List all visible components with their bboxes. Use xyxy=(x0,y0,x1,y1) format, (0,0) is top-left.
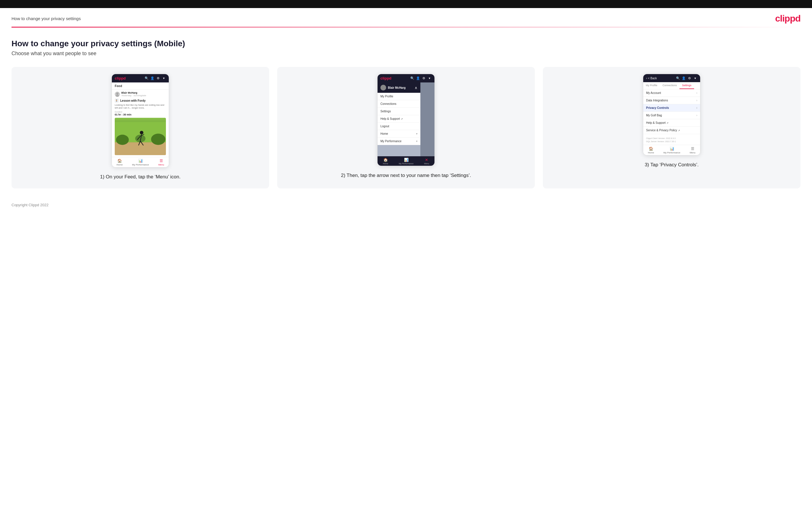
phone-1-mockup: clippd 🔍 👤 ⚙ ▾ Feed xyxy=(111,74,169,167)
svg-point-1 xyxy=(115,95,119,97)
phone-1-content: Feed Blair McHarg Yesterday · Sunningdal… xyxy=(112,82,169,157)
settings-tabs: My Profile Connections Settings xyxy=(643,82,700,89)
feed-avatar xyxy=(115,92,120,97)
feed-golf-image xyxy=(115,118,166,155)
menu-avatar xyxy=(380,85,386,91)
close-icon-2: ✕ xyxy=(425,158,428,162)
back-button: ‹ < Back xyxy=(646,77,657,80)
settings-item-integrations-label: Data Integrations xyxy=(646,99,668,102)
menu-item-logout-label: Logout xyxy=(380,125,389,128)
phone-2-nav-menu-label: Menu xyxy=(424,163,429,165)
step-2-caption: 2) Then, tap the arrow next to your name… xyxy=(341,172,471,179)
footer: Copyright Clippd 2022 xyxy=(0,197,812,213)
page-subheading: Choose what you want people to see xyxy=(11,51,801,57)
chart-icon-3: 📊 xyxy=(670,147,674,151)
settings-item-golf-bag-label: My Golf Bag xyxy=(646,114,662,117)
svg-point-4 xyxy=(116,135,129,145)
version-line-2: GQL Server Version: 2022.7.30-1 xyxy=(646,140,697,143)
phone-2-nav-close: ✕ Menu xyxy=(424,158,429,165)
user-icon-2: 👤 xyxy=(416,76,420,80)
search-icon: 🔍 xyxy=(145,76,149,80)
phone-2-nav-performance-label: My Performance xyxy=(399,163,413,165)
steps-grid: clippd 🔍 👤 ⚙ ▾ Feed xyxy=(11,67,801,188)
phone-1-nav-performance-label: My Performance xyxy=(132,163,149,166)
tab-connections: Connections xyxy=(660,82,679,89)
settings-item-account-label: My Account xyxy=(646,91,661,95)
settings-item-privacy: Privacy Controls › xyxy=(643,104,700,112)
menu-icon: ☰ xyxy=(160,159,163,163)
phone-2-mockup: clippd 🔍 👤 ⚙ ▾ Bla xyxy=(377,74,435,166)
step-2-card: clippd 🔍 👤 ⚙ ▾ Bla xyxy=(277,67,535,188)
menu-item-home-label: Home xyxy=(380,132,388,135)
menu-item-help-label: Help & Support ↗ xyxy=(380,117,403,120)
menu-item-logout: Logout xyxy=(377,123,420,130)
settings-item-privacy-label: Privacy Controls xyxy=(646,106,669,109)
step-3-caption: 3) Tap ‘Privacy Controls’. xyxy=(645,161,699,169)
phone-3-nav-performance: 📊 My Performance xyxy=(663,147,680,154)
breadcrumb: How to change your privacy settings xyxy=(11,16,81,21)
phone-1-nav-menu: ☰ Menu xyxy=(158,159,164,166)
search-icon-2: 🔍 xyxy=(410,76,414,80)
menu-item-performance: My Performance ▾ xyxy=(377,137,420,145)
phone-3-nav-performance-label: My Performance xyxy=(663,151,680,154)
back-arrow-icon: ‹ xyxy=(646,77,647,80)
svg-point-7 xyxy=(140,131,143,134)
step-1-card: clippd 🔍 👤 ⚙ ▾ Feed xyxy=(11,67,269,188)
settings-item-privacy-policy-label: Service & Privacy Policy ↗ xyxy=(646,129,680,132)
settings-item-help-label: Help & Support ↗ xyxy=(646,121,668,124)
phone-1-nav-home: 🏠 Home xyxy=(116,159,122,166)
svg-point-0 xyxy=(116,93,118,95)
phone-2-icons: 🔍 👤 ⚙ ▾ xyxy=(410,76,432,80)
feed-tab-label: Feed xyxy=(112,82,169,90)
menu-item-profile-label: My Profile xyxy=(380,95,393,98)
page-heading: How to change your privacy settings (Mob… xyxy=(11,39,801,48)
chevron-down-icon: ▾ xyxy=(162,76,166,80)
feed-lesson-text: Looking to feel like my hands are exitin… xyxy=(115,104,166,110)
settings-item-privacy-policy: Service & Privacy Policy ↗ xyxy=(643,127,700,134)
phone-1-navbar: clippd 🔍 👤 ⚙ ▾ xyxy=(112,74,169,82)
feed-date: Yesterday · Sunningdale xyxy=(121,94,146,97)
menu-expand-arrow: ∧ xyxy=(415,86,417,90)
settings-icon-3: ⚙ xyxy=(688,76,692,80)
feed-post: Blair McHarg Yesterday · Sunningdale 🏌 L… xyxy=(112,90,169,157)
menu-item-connections-label: Connections xyxy=(380,102,397,105)
settings-item-help: Help & Support ↗ xyxy=(643,119,700,127)
header: How to change your privacy settings clip… xyxy=(0,8,812,27)
phone-3-bottom-nav: 🏠 Home 📊 My Performance ☰ Menu xyxy=(643,145,700,155)
step-1-caption: 1) On your Feed, tap the ‘Menu’ icon. xyxy=(100,173,181,181)
menu-item-settings: Settings xyxy=(377,108,420,115)
top-bar xyxy=(0,0,812,8)
home-icon: 🏠 xyxy=(117,159,122,163)
menu-item-performance-label: My Performance xyxy=(380,139,401,143)
user-icon: 👤 xyxy=(150,76,154,80)
phone-1-nav-menu-label: Menu xyxy=(158,163,164,166)
menu-item-home: Home ▾ xyxy=(377,130,420,137)
settings-version: Clippd Client Version: 2022.8.3-3 GQL Se… xyxy=(643,134,700,145)
chevron-down-icon-home: ▾ xyxy=(416,132,417,135)
phone-2-nav-performance: 📊 My Performance xyxy=(399,158,413,165)
phone-2-content: Blair McHarg ∧ My Profile Connections Se… xyxy=(377,82,435,166)
phone-2-logo: clippd xyxy=(380,76,391,80)
feed-lesson-row: 🏌 Lesson with Fordy xyxy=(115,99,166,103)
settings-icon: ⚙ xyxy=(156,76,160,80)
svg-point-5 xyxy=(151,133,165,145)
settings-item-golf-bag: My Golf Bag › xyxy=(643,112,700,119)
home-icon-2: 🏠 xyxy=(383,158,388,162)
phone-2-bottom-nav: 🏠 Home 📊 My Performance ✕ Menu xyxy=(377,156,435,166)
arrow-icon-account: › xyxy=(697,91,697,95)
arrow-icon-privacy: › xyxy=(697,106,697,109)
phone-3-nav-menu: ☰ Menu xyxy=(690,147,696,154)
menu-user-info: Blair McHarg xyxy=(380,85,406,91)
chart-icon: 📊 xyxy=(138,159,143,163)
chevron-down-icon-performance: ▾ xyxy=(416,139,417,143)
search-icon-3: 🔍 xyxy=(676,76,680,80)
chevron-down-icon-2: ▾ xyxy=(427,76,432,80)
settings-item-account: My Account › xyxy=(643,89,700,97)
step-3-card: ‹ < Back 🔍 👤 ⚙ ▾ My Profile Connections … xyxy=(543,67,801,188)
main-content: How to change your privacy settings (Mob… xyxy=(0,27,812,197)
menu-username: Blair McHarg xyxy=(388,86,406,89)
phone-1-nav-performance: 📊 My Performance xyxy=(132,159,149,166)
menu-panel: Blair McHarg ∧ My Profile Connections Se… xyxy=(377,82,420,145)
feed-duration-label: Duration xyxy=(115,111,166,113)
chart-icon-2: 📊 xyxy=(404,158,409,162)
